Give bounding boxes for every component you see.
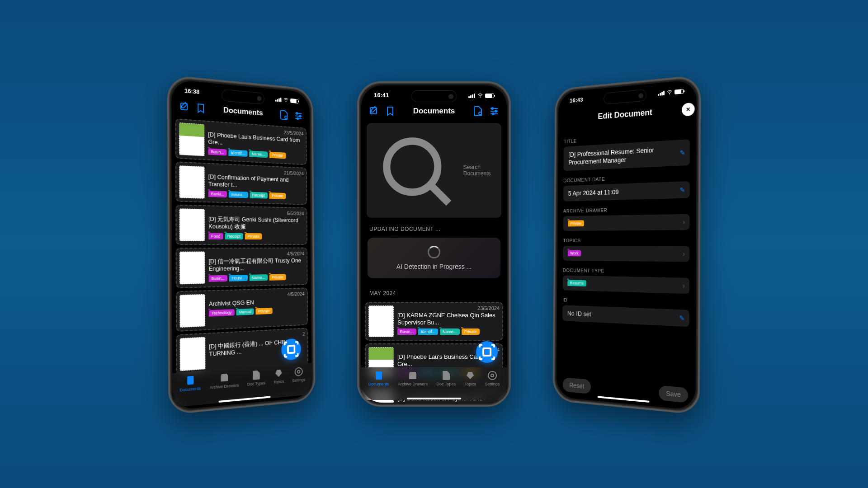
svg-point-2: [296, 113, 298, 114]
tag-row: Busin...Identif...Name...Private: [397, 328, 500, 335]
tag: Receipt: [225, 233, 243, 239]
spinner-icon: [428, 246, 440, 258]
doc-title: [D] 元気寿司 Genki Sushi (Silvercord Kousoku…: [208, 216, 304, 231]
svg-point-17: [488, 371, 496, 380]
reset-button[interactable]: Reset: [563, 377, 591, 394]
tag: Busin...: [397, 328, 416, 335]
nav-bar: Documents: [361, 102, 507, 120]
svg-rect-15: [483, 348, 491, 356]
tab-label: Archive Drawers: [398, 382, 428, 386]
document-card[interactable]: 23/5/2024[D] Phoebe Lau's Business Card …: [175, 118, 307, 165]
doc-title: [D] KARMA ZGNE Chelsea Qin Sales Supervi…: [397, 312, 500, 327]
tab-topics[interactable]: Topics: [465, 370, 476, 400]
svg-rect-16: [376, 371, 382, 380]
doc-thumbnail: [179, 294, 205, 328]
tag-row: TechnologyManualPrivate: [209, 306, 305, 317]
add-doc-icon[interactable]: [472, 106, 483, 117]
tag-row: FoodReceiptPrivate: [208, 233, 304, 239]
svg-rect-5: [288, 346, 295, 353]
document-card[interactable]: 6/5/2024[D] 元気寿司 Genki Sushi (Silvercord…: [175, 205, 307, 245]
tab-archive-drawers[interactable]: Archive Drawers: [398, 370, 428, 400]
document-card[interactable]: 23/5/2024[D] KARMA ZGNE Chelsea Qin Sale…: [365, 302, 503, 341]
edit-icon: ✎: [679, 186, 685, 194]
tab-doc-types[interactable]: Doc Types: [247, 369, 265, 400]
tag: Private: [462, 328, 480, 335]
bookmark-icon[interactable]: [385, 106, 396, 117]
date-field[interactable]: 5 Apr 2024 at 11:09 ✎: [563, 181, 690, 202]
tab-icon: [465, 370, 476, 381]
wifi-icon: [477, 92, 483, 99]
tag: Receipt: [250, 192, 268, 198]
doctype-field[interactable]: Resume ›: [563, 276, 690, 294]
svg-rect-6: [187, 376, 193, 385]
page-title: Documents: [401, 107, 467, 116]
tag: Private: [269, 192, 286, 199]
save-button[interactable]: Save: [659, 385, 688, 403]
topics-field[interactable]: Work ›: [563, 246, 689, 262]
tab-icon: [441, 370, 452, 381]
tag: Banki...: [208, 190, 227, 197]
document-card[interactable]: 4/5/2024Archivist QSG ENTechnologyManual…: [176, 287, 308, 332]
phone-1: 16:38 Documents 23/5/2024[D] Phoebe Lau'…: [167, 75, 316, 415]
tab-label: Documents: [368, 382, 389, 386]
tab-icon: [219, 372, 230, 384]
scan-fab[interactable]: [281, 338, 301, 361]
compose-icon[interactable]: [368, 106, 379, 117]
battery-icon: [675, 89, 684, 94]
tag: Name...: [249, 150, 268, 158]
edit-icon: ✎: [680, 149, 685, 156]
doc-thumbnail: [179, 208, 205, 241]
id-field[interactable]: No ID set ✎: [562, 305, 689, 327]
tag: Housi...: [229, 274, 248, 281]
tag: Name...: [440, 328, 460, 335]
ai-detection-card: AI Detection in Progress ...: [368, 238, 500, 278]
tag: Busin...: [208, 148, 226, 155]
tab-label: Settings: [485, 382, 500, 386]
doc-thumbnail: [179, 251, 205, 284]
tag: Name...: [249, 274, 268, 281]
chevron-right-icon: ›: [683, 250, 685, 258]
time: 16:43: [570, 96, 583, 105]
tab-topics[interactable]: Topics: [274, 367, 284, 398]
tab-settings[interactable]: Settings: [485, 370, 500, 400]
updating-label: UPDATING DOCUMENT ...: [364, 221, 504, 235]
drawer-tag: Private: [568, 221, 584, 227]
document-card[interactable]: 21/5/2024[D] Confirmation of Payment and…: [175, 161, 307, 205]
bookmark-icon[interactable]: [195, 103, 206, 114]
doc-thumbnail: [368, 305, 394, 337]
topic-tag: Work: [568, 250, 581, 257]
doc-title: [D] 信一冷氣工程有限公司 Trusty One Engineering...: [208, 257, 304, 273]
title-field[interactable]: [D] Professional Resume: Senior Procurem…: [563, 139, 690, 171]
tab-label: Documents: [180, 386, 201, 392]
document-card[interactable]: 4/5/2024[D] 信一冷氣工程有限公司 Trusty One Engine…: [176, 248, 308, 288]
tab-icon: [274, 368, 284, 379]
tab-bar: DocumentsArchive DrawersDoc TypesTopicsS…: [361, 367, 507, 400]
battery-icon: [485, 94, 494, 98]
chevron-right-icon: ›: [683, 282, 685, 290]
svg-point-18: [491, 374, 494, 377]
tab-icon: [185, 374, 196, 386]
notch: [411, 90, 457, 102]
compose-icon[interactable]: [179, 101, 190, 113]
signal-icon: [468, 94, 475, 98]
close-button[interactable]: ✕: [682, 103, 695, 117]
tab-documents[interactable]: Documents: [368, 370, 389, 400]
doc-list[interactable]: 23/5/2024[D] Phoebe Lau's Business Card …: [171, 115, 311, 375]
tab-documents[interactable]: Documents: [180, 374, 201, 407]
doctype-tag: Resume: [567, 280, 586, 287]
drawer-field[interactable]: Private ›: [563, 214, 690, 231]
filter-icon[interactable]: [489, 106, 500, 117]
page-title: Documents: [212, 105, 274, 119]
tag: Food: [208, 233, 223, 239]
tab-settings[interactable]: Settings: [292, 366, 306, 396]
home-indicator[interactable]: [407, 398, 461, 399]
tag: Busin...: [209, 275, 227, 282]
search-input[interactable]: Search Documents: [367, 123, 501, 218]
ai-status-text: AI Detection in Progress ...: [376, 263, 492, 270]
tab-doc-types[interactable]: Doc Types: [437, 370, 456, 400]
scan-fab[interactable]: [476, 341, 498, 363]
tab-icon: [487, 370, 498, 381]
filter-icon[interactable]: [294, 111, 303, 122]
add-doc-icon[interactable]: [279, 109, 289, 121]
doc-date: 23/5/2024: [397, 305, 500, 311]
